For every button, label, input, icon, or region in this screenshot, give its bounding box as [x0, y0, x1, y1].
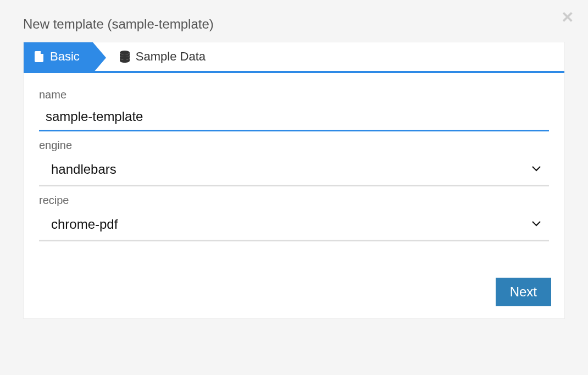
field-name: name: [39, 89, 549, 131]
recipe-select[interactable]: chrome-pdf: [39, 209, 549, 241]
form-area: name engine handlebars recipe chrome-pdf: [24, 73, 564, 267]
next-button[interactable]: Next: [496, 278, 551, 306]
svg-point-0: [120, 51, 130, 54]
recipe-label: recipe: [39, 194, 549, 207]
file-icon: [35, 51, 45, 62]
database-icon: [119, 51, 130, 63]
recipe-value: chrome-pdf: [39, 209, 549, 240]
engine-select[interactable]: handlebars: [39, 154, 549, 186]
engine-value: handlebars: [39, 154, 549, 185]
tab-sample-data[interactable]: Sample Data: [93, 42, 219, 71]
name-label: name: [39, 89, 549, 101]
tab-basic-label: Basic: [50, 49, 80, 64]
dialog-footer: Next: [24, 267, 564, 318]
tabs-row: Basic Sample Data: [24, 42, 564, 73]
tab-basic[interactable]: Basic: [24, 42, 93, 71]
tab-sample-data-label: Sample Data: [136, 49, 206, 64]
field-engine: engine handlebars: [39, 139, 549, 186]
dialog-title: New template (sample-template): [0, 0, 588, 42]
field-recipe: recipe chrome-pdf: [39, 194, 549, 241]
name-input[interactable]: [39, 103, 549, 131]
close-icon[interactable]: ✕: [561, 10, 574, 25]
engine-label: engine: [39, 139, 549, 152]
dialog-card: Basic Sample Data name engine handlebars: [23, 42, 565, 319]
